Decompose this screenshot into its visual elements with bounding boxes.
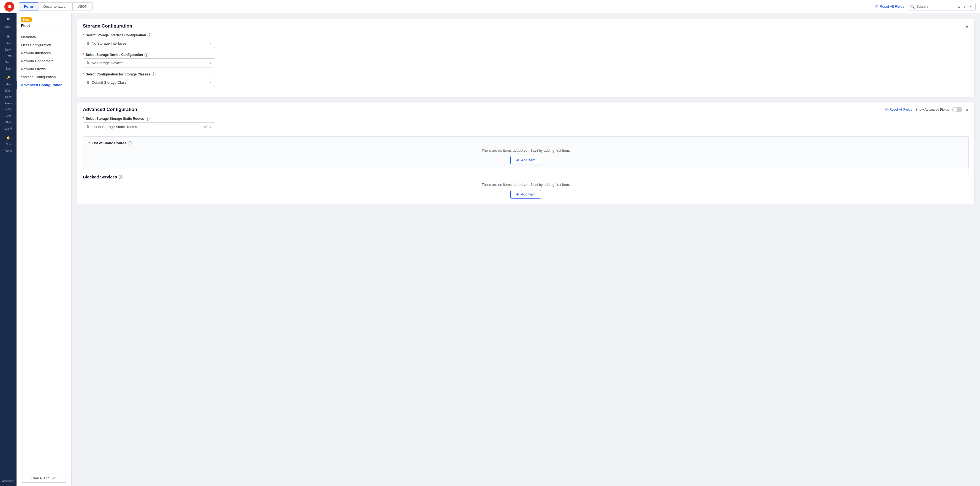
storage-class-label: * Select Configuration for Storage Class… <box>83 72 969 76</box>
main-content: Storage Configuration ∧ * Select Storage… <box>72 13 980 486</box>
static-routes-value: List of Storage Static Routes <box>92 125 202 129</box>
icon-sidebar-ove[interactable]: Ove <box>0 40 16 46</box>
storage-interface-select-icon: ⇅ <box>86 41 89 45</box>
list-of-static-routes-info-icon: i <box>128 141 132 145</box>
icon-sidebar-sele[interactable]: Sele <box>0 23 16 30</box>
sidebar-item-fleet-configuration[interactable]: Fleet Configuration <box>16 41 71 49</box>
storage-device-label: * Select Storage Device Configuration i <box>83 53 969 57</box>
icon-sidebar-bell[interactable]: 🔔 <box>5 135 11 141</box>
cancel-exit-button[interactable]: Cancel and Exit <box>21 473 67 483</box>
search-nav: ∧ ∨ ✕ <box>956 4 973 9</box>
icon-sidebar-netw[interactable]: Netw <box>0 47 16 52</box>
storage-configuration-header[interactable]: Storage Configuration ∧ <box>77 19 974 33</box>
topbar: f5 Form Documentation JSON ↺ Reset All F… <box>0 0 980 13</box>
tab-documentation[interactable]: Documentation <box>38 3 73 10</box>
tab-form[interactable]: Form <box>19 3 38 10</box>
storage-device-select-icon: ⇅ <box>86 61 89 65</box>
storage-configuration-title: Storage Configuration <box>83 23 132 29</box>
list-of-static-routes-box: * List of Static Routes i There are no i… <box>83 136 969 169</box>
icon-sidebar-netw2[interactable]: Netw <box>0 94 16 100</box>
icon-sidebar-secu[interactable]: Secu <box>0 60 16 65</box>
storage-interface-select[interactable]: ⇅ No Storage Interfaces ∨ <box>83 39 215 48</box>
icon-sidebar-alert[interactable]: Alert <box>0 120 16 125</box>
search-input[interactable] <box>916 5 955 8</box>
icon-sidebar-perf[interactable]: Perf <box>0 53 16 59</box>
search-close-button[interactable]: ✕ <box>968 4 973 9</box>
search-box: 🔍 ∧ ∨ ✕ <box>908 3 975 10</box>
tab-json[interactable]: JSON <box>73 3 93 10</box>
icon-sidebar-log[interactable]: Log M <box>0 126 16 131</box>
icon-sidebar-man[interactable]: Man <box>0 82 16 87</box>
static-routes-select[interactable]: ⇅ List of Storage Static Routes ↺ ∨ <box>83 122 215 131</box>
advanced-configuration-header[interactable]: Advanced Configuration ↺ Reset All Field… <box>77 102 974 117</box>
storage-interface-label: * Select Storage Interface Configuration… <box>83 33 969 37</box>
advanced-configuration-title: Advanced Configuration <box>83 107 137 112</box>
storage-device-info-icon: i <box>145 53 148 57</box>
storage-configuration-chevron-up: ∧ <box>966 24 969 29</box>
icon-sidebar-nfv[interactable]: NFV <box>0 107 16 112</box>
icon-sidebar-site-i[interactable]: Site I <box>0 88 16 93</box>
sidebar-title: Fleet <box>21 23 67 28</box>
blocked-services-section: Blocked Services i There are no items ad… <box>83 175 969 199</box>
sidebar-footer: Cancel and Exit <box>16 470 71 486</box>
storage-class-field: * Select Configuration for Storage Class… <box>83 72 969 87</box>
storage-interface-info-icon: i <box>148 33 151 37</box>
storage-device-arrow-icon: ∨ <box>209 61 212 65</box>
sidebar-nav: Metadata Fleet Configuration Network Int… <box>16 31 71 91</box>
icon-sidebar-firew[interactable]: Firew <box>0 101 16 106</box>
app-layout: ⊞ Sele ⊞ Ove Netw Perf Secu Site 🔑 Man S… <box>0 13 980 486</box>
icon-sidebar-grid[interactable]: ⊞ <box>6 33 11 39</box>
icon-sidebar: ⊞ Sele ⊞ Ove Netw Perf Secu Site 🔑 Man S… <box>0 13 16 486</box>
advanced-configuration-body: * Select Storage Storage Static Routes i… <box>77 117 974 204</box>
show-advanced-label: Show Advanced Fields <box>916 108 949 112</box>
blocked-services-title: Blocked Services i <box>83 175 969 179</box>
storage-class-arrow-icon: ∨ <box>209 81 212 84</box>
sidebar-item-metadata[interactable]: Metadata <box>16 33 71 41</box>
f5-logo: f5 <box>5 2 14 11</box>
show-advanced-toggle[interactable] <box>952 107 962 112</box>
storage-class-select[interactable]: ⇅ Default Storage Class ∨ <box>83 78 215 87</box>
icon-sidebar-secr[interactable]: Secr <box>0 113 16 119</box>
sidebar-item-network-connectors[interactable]: Network Connectors <box>16 57 71 65</box>
storage-class-value: Default Storage Class <box>92 80 207 84</box>
advanced-configuration-chevron-up: ∧ <box>966 107 969 112</box>
storage-configuration-body: * Select Storage Interface Configuration… <box>77 33 974 97</box>
static-routes-label: * Select Storage Storage Static Routes i <box>83 117 969 121</box>
add-item-static-routes-button[interactable]: ⊕ Add Item <box>511 156 541 164</box>
storage-device-select[interactable]: ⇅ No Storage Devices ∨ <box>83 58 215 67</box>
static-routes-field: * Select Storage Storage Static Routes i… <box>83 117 969 131</box>
sidebar-brand: New Fleet <box>16 13 71 31</box>
search-next-button[interactable]: ∨ <box>963 4 967 9</box>
icon-sidebar-sites[interactable]: Site <box>0 66 16 71</box>
new-badge: New <box>21 18 32 22</box>
reset-all-fields-top-button[interactable]: ↺ Reset All Fields <box>875 5 904 8</box>
blocked-services-empty-msg: There are no items added yet. Start by a… <box>83 183 969 187</box>
search-icon: 🔍 <box>910 5 915 9</box>
storage-class-info-icon: i <box>152 72 156 76</box>
storage-device-field: * Select Storage Device Configuration i … <box>83 53 969 67</box>
add-item-blocked-services-button[interactable]: ⊕ Add Item <box>511 190 541 199</box>
advanced-configuration-card: Advanced Configuration ↺ Reset All Field… <box>77 102 975 204</box>
storage-interface-arrow-icon: ∨ <box>209 41 212 45</box>
icon-sidebar-item-grid[interactable]: ⊞ <box>0 16 16 22</box>
static-routes-refresh-icon[interactable]: ↺ <box>204 125 207 129</box>
search-prev-button[interactable]: ∧ <box>956 4 961 9</box>
topbar-right: ↺ Reset All Fields 🔍 ∧ ∨ ✕ <box>875 3 975 10</box>
sidebar-item-advanced-configuration[interactable]: Advanced Configuration <box>16 81 71 89</box>
reset-icon: ↺ <box>875 5 878 8</box>
list-of-static-routes-empty-msg: There are no items added yet. Start by a… <box>89 148 963 153</box>
icon-sidebar-advanced[interactable]: Advanced <box>0 478 16 484</box>
static-routes-select-icon: ⇅ <box>86 125 89 129</box>
sidebar-item-network-interfaces[interactable]: Network Interfaces <box>16 49 71 57</box>
sidebar-item-storage-configuration[interactable]: Storage Configuration <box>16 73 71 81</box>
icon-sidebar-noti[interactable]: Noti <box>0 142 16 147</box>
advanced-reset-fields-button[interactable]: ↺ Reset All Fields <box>885 108 912 112</box>
icon-sidebar-key[interactable]: 🔑 <box>5 75 11 81</box>
sidebar: New Fleet Metadata Fleet Configuration N… <box>16 13 72 486</box>
advanced-configuration-header-right: ↺ Reset All Fields Show Advanced Fields … <box>885 107 969 112</box>
storage-interface-field: * Select Storage Interface Configuration… <box>83 33 969 48</box>
sidebar-item-network-firewall[interactable]: Network Firewall <box>16 65 71 73</box>
blocked-services-info-icon: i <box>119 175 123 179</box>
storage-interface-value: No Storage Interfaces <box>92 41 207 45</box>
icon-sidebar-alerts2[interactable]: Alerts <box>0 148 16 153</box>
